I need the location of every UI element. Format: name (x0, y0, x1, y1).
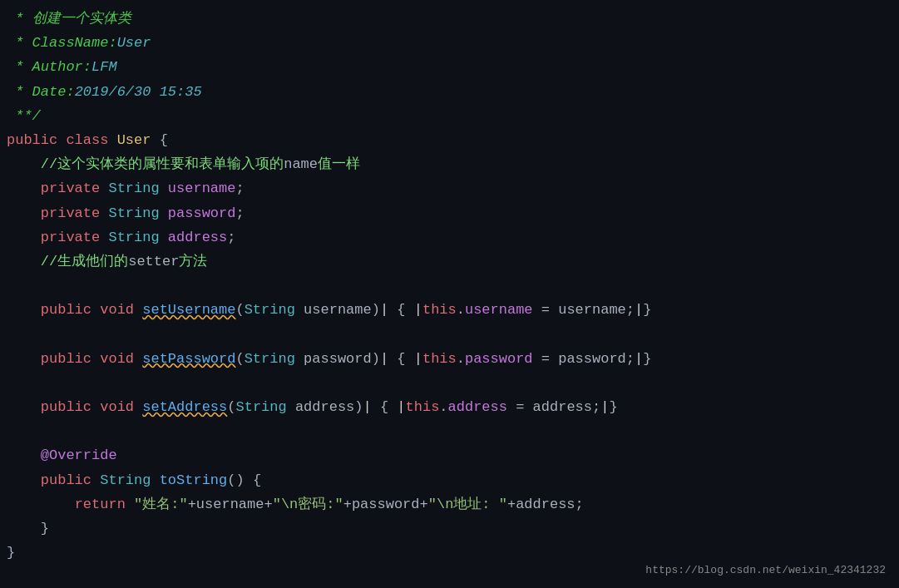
line-9: private String password; (7, 201, 899, 225)
line-1: * 创建一个实体类 (7, 7, 899, 31)
code-editor: * 创建一个实体类 * ClassName:User * Author:LFM … (0, 0, 899, 588)
line-8: private String username; (7, 176, 899, 200)
blog-url: https://blog.csdn.net/weixin_42341232 (645, 562, 886, 580)
line-4: * Date:2019/6/30 15:35 (7, 80, 899, 104)
line-20: public String toString() { (7, 468, 899, 492)
line-11: //生成他们的setter方法 (7, 250, 899, 274)
line-13: public void setUsername(String username)… (7, 298, 899, 322)
line-blank-2 (7, 322, 899, 346)
line-10: private String address; (7, 225, 899, 250)
line-5: **/ (7, 104, 899, 128)
line-22: } (7, 516, 899, 541)
line-7: //这个实体类的属性要和表单输入项的name值一样 (7, 152, 899, 176)
line-17: public void setAddress(String address)| … (7, 395, 899, 419)
line-3: * Author:LFM (7, 55, 899, 79)
line-15: public void setPassword(String password)… (7, 347, 899, 371)
line-23: } (7, 541, 899, 565)
line-21: return "姓名:"+username+"\n密码:"+password+"… (7, 492, 899, 516)
line-blank-1 (7, 274, 899, 298)
line-blank-4 (7, 419, 899, 443)
line-blank-3 (7, 371, 899, 395)
line-6: public class User { (7, 128, 899, 152)
line-19: @Override (7, 443, 899, 467)
line-2: * ClassName:User (7, 31, 899, 55)
